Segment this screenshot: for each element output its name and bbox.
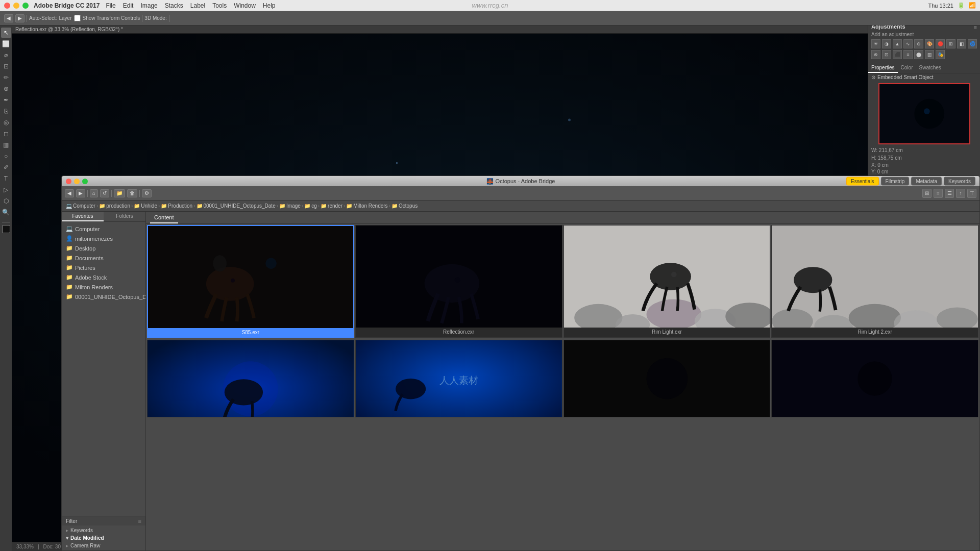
bridge-thumb-rim-light-2[interactable]: Rim Light 2.exr bbox=[771, 225, 978, 338]
menu-tools[interactable]: Tools bbox=[212, 2, 227, 9]
curves-adj-icon[interactable]: ∿ bbox=[903, 39, 913, 48]
filter-options-icon[interactable]: ≡ bbox=[138, 518, 141, 524]
path-computer[interactable]: 💻 Computer bbox=[66, 203, 95, 209]
path-render[interactable]: 📁 render bbox=[321, 203, 342, 209]
bridge-delete-btn[interactable]: 🗑 bbox=[127, 189, 137, 197]
bridge-thumb-5[interactable] bbox=[147, 340, 354, 417]
prop-tab-properties[interactable]: Properties bbox=[868, 63, 898, 73]
tool-path[interactable]: ▷ bbox=[1, 185, 11, 195]
sidebar-tab-favorites[interactable]: Favorites bbox=[62, 212, 104, 221]
bridge-thumb-reflection[interactable]: Reflection.exr bbox=[355, 225, 562, 338]
menu-window[interactable]: Window bbox=[234, 2, 256, 9]
tool-select[interactable]: ⬜ bbox=[1, 39, 11, 49]
tool-crop[interactable]: ⊡ bbox=[1, 61, 11, 71]
nav-item-computer[interactable]: 💻 Computer bbox=[62, 224, 145, 234]
bridge-detail-view-btn[interactable]: ☰ bbox=[945, 189, 954, 198]
bridge-minimize-icon[interactable] bbox=[74, 179, 80, 184]
photo-filter-adj-icon[interactable]: 🌀 bbox=[968, 39, 977, 48]
menu-edit[interactable]: Edit bbox=[123, 2, 134, 9]
tool-history[interactable]: ◎ bbox=[1, 117, 11, 128]
close-icon[interactable] bbox=[4, 3, 10, 9]
tool-clone[interactable]: ⎘ bbox=[1, 106, 11, 116]
bridge-thumb-8[interactable] bbox=[771, 340, 978, 417]
nav-item-milton-renders[interactable]: 📁 Milton Renders bbox=[62, 282, 145, 292]
color-balance-adj-icon[interactable]: ⊞ bbox=[946, 39, 955, 48]
color-lookup-adj-icon[interactable]: ⊡ bbox=[882, 50, 891, 59]
prop-tab-color[interactable]: Color bbox=[898, 63, 916, 73]
bridge-home-btn[interactable]: ⌂ bbox=[90, 189, 98, 197]
tool-foreground[interactable] bbox=[2, 225, 10, 233]
bridge-thumb-7[interactable] bbox=[564, 340, 771, 417]
bridge-new-folder-btn[interactable]: 📁 bbox=[114, 189, 125, 197]
brightness-adj-icon[interactable]: ☀ bbox=[871, 39, 880, 48]
tab-essentials[interactable]: Essentials bbox=[846, 177, 879, 186]
filter-item-date-modified[interactable]: ▾ Date Modified bbox=[62, 534, 145, 542]
filter-item-keywords[interactable]: ▸ Keywords bbox=[62, 527, 145, 534]
show-transform-checkbox[interactable] bbox=[74, 15, 81, 21]
path-milton-renders[interactable]: 📁 Milton Renders bbox=[346, 203, 387, 209]
tool-zoom[interactable]: 🔍 bbox=[1, 207, 11, 217]
gradient-map-adj-icon[interactable]: ▥ bbox=[925, 50, 934, 59]
bridge-close-icon[interactable] bbox=[66, 179, 71, 184]
bridge-forward-btn[interactable]: ▶ bbox=[76, 189, 85, 197]
menu-help[interactable]: Help bbox=[263, 2, 276, 9]
tool-eraser[interactable]: ◻ bbox=[1, 129, 11, 139]
invert-adj-icon[interactable]: ⬛ bbox=[893, 50, 902, 59]
bw-adj-icon[interactable]: ◧ bbox=[957, 39, 966, 48]
selective-color-adj-icon[interactable]: 🎭 bbox=[936, 50, 945, 59]
vibrance-adj-icon[interactable]: 🎨 bbox=[925, 39, 934, 48]
nav-item-adobe-stock[interactable]: 📁 Adobe Stock bbox=[62, 272, 145, 282]
maximize-icon[interactable] bbox=[22, 3, 29, 9]
channel-mix-adj-icon[interactable]: ⊗ bbox=[871, 50, 880, 59]
tool-brush[interactable]: ✒ bbox=[1, 95, 11, 105]
path-unhide[interactable]: 📁 Unhide bbox=[134, 203, 157, 209]
menu-file[interactable]: File bbox=[106, 2, 115, 9]
tool-shape[interactable]: ⬡ bbox=[1, 196, 11, 206]
levels-adj-icon[interactable]: ▲ bbox=[893, 39, 902, 48]
posterize-adj-icon[interactable]: ≡ bbox=[903, 50, 913, 59]
path-image[interactable]: 📁 Image bbox=[279, 203, 301, 209]
ps-back-btn[interactable]: ◀ bbox=[4, 14, 13, 22]
bridge-thumb-s85[interactable]: S85.exr bbox=[147, 225, 354, 338]
bridge-list-view-btn[interactable]: ≡ bbox=[934, 189, 943, 198]
threshold-adj-icon[interactable]: ⬤ bbox=[914, 50, 923, 59]
path-production[interactable]: 📁 Production bbox=[161, 203, 192, 209]
nav-item-octopus-date[interactable]: 📁 00001_UNHIDE_Octopus_Date bbox=[62, 292, 145, 302]
bridge-back-btn[interactable]: ◀ bbox=[65, 189, 74, 197]
tool-heal[interactable]: ⊕ bbox=[1, 84, 11, 94]
exposure-adj-icon[interactable]: ⊙ bbox=[914, 39, 923, 48]
minimize-icon[interactable] bbox=[13, 3, 19, 9]
bridge-filter-btn[interactable]: ⊤ bbox=[967, 189, 976, 198]
sidebar-tab-folders[interactable]: Folders bbox=[104, 212, 145, 221]
filter-item-camera-raw[interactable]: ▸ Camera Raw bbox=[62, 542, 145, 549]
prop-tab-swatches[interactable]: Swatches bbox=[916, 63, 944, 73]
bridge-sort-btn[interactable]: ↑ bbox=[956, 189, 965, 198]
hue-sat-adj-icon[interactable]: 🔴 bbox=[936, 39, 945, 48]
path-octopus[interactable]: 📁 Octopus bbox=[391, 203, 418, 209]
bridge-content-tab[interactable]: Content bbox=[150, 212, 178, 223]
bridge-window-controls[interactable] bbox=[66, 179, 88, 184]
bridge-camera-raw-btn[interactable]: ⚙ bbox=[142, 189, 152, 197]
path-production-dir[interactable]: 📁 production bbox=[99, 203, 130, 209]
tool-gradient[interactable]: ▥ bbox=[1, 140, 11, 150]
menu-image[interactable]: Image bbox=[140, 2, 157, 9]
tool-text[interactable]: T bbox=[1, 173, 11, 184]
nav-item-documents[interactable]: 📁 Documents bbox=[62, 253, 145, 263]
tool-blur[interactable]: ○ bbox=[1, 151, 11, 161]
path-cg[interactable]: 📁 cg bbox=[304, 203, 317, 209]
menu-label[interactable]: Label bbox=[190, 2, 205, 9]
tool-move[interactable]: ↖ bbox=[1, 28, 11, 38]
window-controls[interactable] bbox=[4, 3, 29, 9]
bridge-boomerang-btn[interactable]: ↺ bbox=[100, 189, 109, 197]
tab-filmstrip[interactable]: Filmstrip bbox=[881, 177, 910, 186]
bridge-grid-view-btn[interactable]: ⊞ bbox=[922, 189, 932, 198]
bridge-maximize-icon[interactable] bbox=[82, 179, 88, 184]
nav-item-pictures[interactable]: 📁 Pictures bbox=[62, 263, 145, 272]
nav-item-desktop[interactable]: 📁 Desktop bbox=[62, 243, 145, 253]
contrast-adj-icon[interactable]: ◑ bbox=[882, 39, 891, 48]
tab-metadata[interactable]: Metadata bbox=[911, 177, 942, 186]
tool-eyedropper[interactable]: ✏ bbox=[1, 72, 11, 83]
nav-item-user[interactable]: 👤 miltonmenezes bbox=[62, 234, 145, 243]
bridge-thumb-rim-light[interactable]: Rim Light.exr bbox=[564, 225, 771, 338]
menu-stacks[interactable]: Stacks bbox=[165, 2, 183, 9]
